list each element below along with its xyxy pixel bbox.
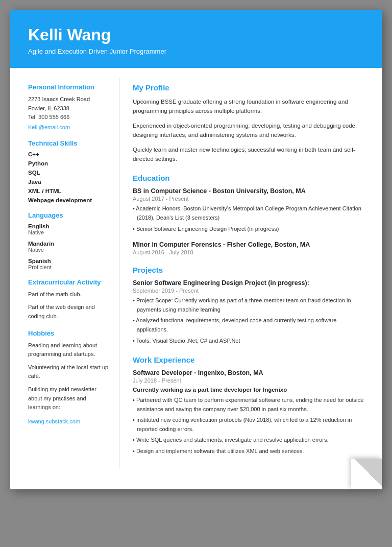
lang-spanish: Spanish Proficient xyxy=(28,258,109,270)
project-bullet-1b: • Analyzed functional requirements, deve… xyxy=(133,316,366,334)
skill-java: Java xyxy=(28,179,109,185)
hobby-2: Volunteering at the local start up café. xyxy=(28,363,109,381)
languages-title: Languages xyxy=(28,211,109,219)
lang-english: English Native xyxy=(28,223,109,235)
extracurr-1: Part of the math club. xyxy=(28,290,109,299)
hobbies-title: Hobbies xyxy=(28,329,109,337)
page-number: 2/2 xyxy=(364,477,372,483)
substack-link[interactable]: kwang.substack.com xyxy=(28,418,80,424)
work-bullet-1a: • Partnered with QC team to perform expe… xyxy=(133,396,366,414)
work-bullet-1c: • Write SQL queries and statements; inve… xyxy=(133,436,366,445)
project-date-1: September 2019 - Present xyxy=(133,288,366,294)
hobby-3: Building my paid newsletter about my pra… xyxy=(28,385,109,412)
skill-xml: XML / HTML xyxy=(28,188,109,194)
personal-info-title: Personal Information xyxy=(28,83,109,91)
work-experience-title: Work Experience xyxy=(133,355,366,364)
lang-spanish-level: Proficient xyxy=(28,264,109,270)
edu-item-1: BS in Computer Science - Boston Universi… xyxy=(133,187,366,233)
resume-page: Kelli Wang Agile and Execution Driven Ju… xyxy=(10,10,382,489)
candidate-subtitle: Agile and Execution Driven Junior Progra… xyxy=(28,47,364,55)
edu-bullet-1b: • Senior Software Engineering Design Pro… xyxy=(133,225,366,234)
lang-mandarin-level: Native xyxy=(28,247,109,253)
technical-skills-title: Technical Skills xyxy=(28,139,109,147)
edu-bullet-1a: • Academic Honors: Boston University's M… xyxy=(133,204,366,222)
education-title: Education xyxy=(133,174,366,182)
edu-date-1: August 2017 - Present xyxy=(133,196,366,202)
work-date-1: July 2018 - Present xyxy=(133,377,366,384)
skill-sql: SQL xyxy=(28,170,109,176)
work-item-1: Software Developer - Ingenixo, Boston, M… xyxy=(133,369,366,456)
work-subtitle-1: Currently working as a part time develop… xyxy=(133,387,366,393)
header-section: Kelli Wang Agile and Execution Driven Ju… xyxy=(10,10,382,68)
work-bullet-1d: • Design and implement software that uti… xyxy=(133,447,366,456)
hobby-1: Reading and learning about programming a… xyxy=(28,341,109,359)
profile-para-3: Quickly learn and master new technologie… xyxy=(133,145,366,164)
edu-degree-1: BS in Computer Science - Boston Universi… xyxy=(133,187,366,195)
address-line2: Fowler, IL 62338 xyxy=(28,104,109,113)
projects-title: Projects xyxy=(133,266,366,274)
skill-python: Python xyxy=(28,160,109,167)
profile-title: My Profile xyxy=(133,83,366,92)
project-name-1: Senior Software Engineering Design Proje… xyxy=(133,279,366,287)
right-column: My Profile Upcoming BSSE graduate offeri… xyxy=(120,78,382,469)
lang-spanish-name: Spanish xyxy=(28,258,109,264)
address-line1: 2273 Isaacs Creek Road xyxy=(28,95,109,104)
tel: Tel: 300 555 666 xyxy=(28,113,109,122)
profile-para-1: Upcoming BSSE graduate offering a strong… xyxy=(133,97,366,116)
email-link[interactable]: Kelli@email.com xyxy=(28,124,70,130)
lang-mandarin-name: Mandarin xyxy=(28,241,109,247)
skill-web: Webpage development xyxy=(28,197,109,203)
edu-item-2: Minor in Computer Forensics - Fisher Col… xyxy=(133,241,366,255)
lang-mandarin: Mandarin Native xyxy=(28,241,109,253)
work-company-1: Software Developer - Ingenixo, Boston, M… xyxy=(133,369,366,376)
extracurricular-title: Extracurricular Activity xyxy=(28,278,109,286)
left-column: Personal Information 2273 Isaacs Creek R… xyxy=(10,78,120,469)
extracurr-2: Part of the web design and coding club. xyxy=(28,303,109,321)
project-bullet-1a: • Project Scope: Currently working as pa… xyxy=(133,296,366,314)
project-item-1: Senior Software Engineering Design Proje… xyxy=(133,279,366,345)
work-bullet-1b: • Instituted new coding verification pro… xyxy=(133,416,366,434)
edu-date-2: August 2016 - July 2018 xyxy=(133,249,366,255)
project-bullet-1c: • Tools: Visual Studio .Net, C# and ASP.… xyxy=(133,337,366,346)
lang-english-level: Native xyxy=(28,229,109,235)
lang-english-name: English xyxy=(28,223,109,229)
edu-degree-2: Minor in Computer Forensics - Fisher Col… xyxy=(133,241,366,248)
body-section: Personal Information 2273 Isaacs Creek R… xyxy=(10,68,382,489)
candidate-name: Kelli Wang xyxy=(28,26,364,44)
skill-cpp: C++ xyxy=(28,151,109,157)
profile-para-2: Experienced in object-oriented programmi… xyxy=(133,121,366,140)
